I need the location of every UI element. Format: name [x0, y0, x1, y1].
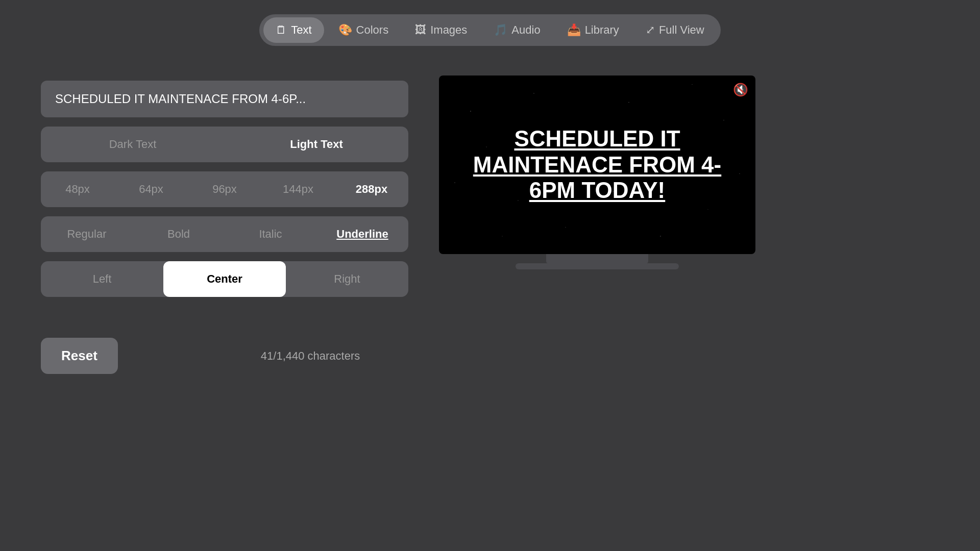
tab-colors[interactable]: 🎨 Colors [326, 17, 401, 43]
tab-images[interactable]: 🖼 Images [403, 17, 479, 43]
reset-button[interactable]: Reset [41, 338, 118, 374]
tab-audio[interactable]: 🎵 Audio [481, 17, 552, 43]
fullview-icon: ⤢ [646, 23, 655, 37]
tab-library[interactable]: 📥 Library [555, 17, 631, 43]
alignment-row: Left Center Right [41, 261, 408, 297]
style-bold-btn[interactable]: Bold [133, 216, 225, 252]
tab-text[interactable]: 🗒 Text [263, 17, 324, 43]
mute-icon[interactable]: 🔇 [733, 83, 748, 97]
main-content: SCHEDULED IT MAINTENACE FROM 4-6P... Dar… [0, 60, 980, 307]
nav-pill: 🗒 Text 🎨 Colors 🖼 Images 🎵 Audio 📥 Libra… [259, 14, 720, 46]
size-64-btn[interactable]: 64px [114, 171, 188, 207]
text-input[interactable]: SCHEDULED IT MAINTENACE FROM 4-6P... [41, 81, 408, 117]
colors-icon: 🎨 [338, 23, 352, 37]
tab-images-label: Images [430, 23, 467, 37]
nav-bar: 🗒 Text 🎨 Colors 🖼 Images 🎵 Audio 📥 Libra… [0, 0, 980, 60]
font-size-row: 48px 64px 96px 144px 288px [41, 171, 408, 207]
right-panel: 🔇 SCHEDULED IT MAINTENACE FROM 4-6PM TOD… [439, 76, 939, 269]
tv-screen: 🔇 SCHEDULED IT MAINTENACE FROM 4-6PM TOD… [439, 76, 755, 254]
tv-stand-base [516, 263, 679, 269]
font-style-row: Regular Bold Italic Underline [41, 216, 408, 252]
text-color-row: Dark Text Light Text [41, 127, 408, 162]
style-underline-btn[interactable]: Underline [316, 216, 408, 252]
left-panel: SCHEDULED IT MAINTENACE FROM 4-6P... Dar… [41, 81, 408, 297]
library-icon: 📥 [567, 23, 581, 37]
tab-fullview-label: Full View [659, 23, 704, 37]
tab-colors-label: Colors [356, 23, 389, 37]
tab-audio-label: Audio [511, 23, 540, 37]
light-text-btn[interactable]: Light Text [225, 127, 408, 162]
preview-text: SCHEDULED IT MAINTENACE FROM 4-6PM TODAY… [439, 121, 755, 209]
audio-icon: 🎵 [494, 23, 507, 37]
dark-text-btn[interactable]: Dark Text [41, 127, 225, 162]
tab-fullview[interactable]: ⤢ Full View [633, 17, 717, 43]
size-48-btn[interactable]: 48px [41, 171, 114, 207]
char-count: 41/1,440 characters [261, 349, 360, 363]
text-icon: 🗒 [276, 23, 287, 37]
size-96-btn[interactable]: 96px [188, 171, 261, 207]
align-left-btn[interactable]: Left [41, 261, 163, 297]
size-144-btn[interactable]: 144px [261, 171, 335, 207]
align-center-btn[interactable]: Center [163, 261, 286, 297]
tv-container: 🔇 SCHEDULED IT MAINTENACE FROM 4-6PM TOD… [439, 76, 755, 269]
bottom-area: Reset 41/1,440 characters [0, 317, 980, 394]
align-right-btn[interactable]: Right [286, 261, 408, 297]
images-icon: 🖼 [415, 23, 426, 37]
style-italic-btn[interactable]: Italic [225, 216, 316, 252]
tab-library-label: Library [585, 23, 619, 37]
style-regular-btn[interactable]: Regular [41, 216, 133, 252]
tab-text-label: Text [291, 23, 311, 37]
size-288-btn[interactable]: 288px [335, 171, 408, 207]
tv-stand-neck [546, 254, 648, 263]
